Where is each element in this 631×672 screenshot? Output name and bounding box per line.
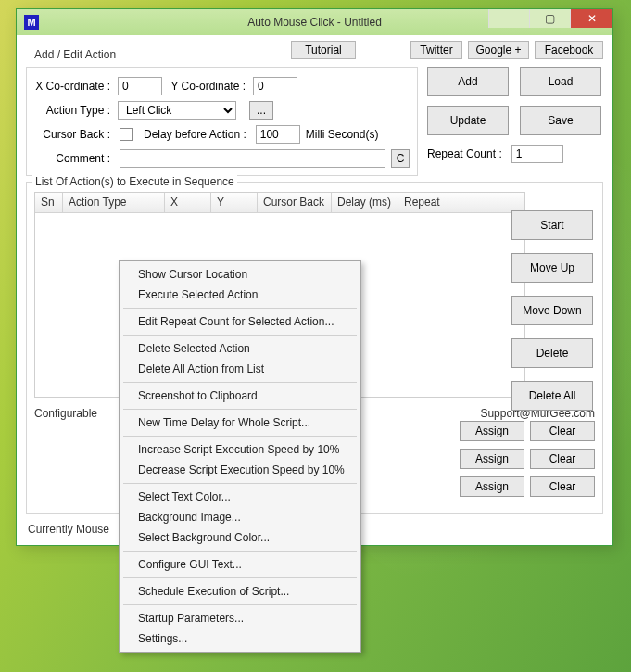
context-menu-item[interactable]: Edit Repeat Count for Selected Action...: [121, 311, 359, 332]
titlebar[interactable]: M Auto Mouse Click - Untitled — ▢ ✕: [17, 9, 612, 35]
x-coord-label: X Co-ordinate :: [34, 80, 114, 93]
action-type-label: Action Type :: [34, 104, 114, 117]
context-menu-separator: [123, 577, 357, 578]
col-cursor-back[interactable]: Cursor Back: [258, 193, 332, 212]
col-sn[interactable]: Sn: [35, 193, 63, 212]
comment-input[interactable]: [120, 149, 385, 168]
delete-button[interactable]: Delete: [511, 338, 593, 368]
col-action-type[interactable]: Action Type: [63, 193, 165, 212]
clear-button-2[interactable]: Clear: [530, 449, 595, 469]
context-menu-separator: [123, 409, 357, 410]
save-button[interactable]: Save: [520, 106, 601, 135]
context-menu-item[interactable]: Delete Selected Action: [121, 338, 359, 359]
googleplus-button[interactable]: Google +: [468, 41, 529, 59]
add-edit-group: X Co-ordinate : Y Co-ordinate : Action T…: [26, 67, 418, 176]
clear-button-1[interactable]: Clear: [530, 421, 595, 441]
context-menu-item[interactable]: Settings...: [121, 628, 359, 649]
comment-label: Comment :: [34, 152, 114, 165]
cursor-back-label: Cursor Back :: [34, 128, 114, 141]
context-menu-separator: [123, 604, 357, 605]
move-down-button[interactable]: Move Down: [511, 296, 593, 325]
context-menu-item[interactable]: Execute Selected Action: [121, 285, 359, 305]
context-menu-item[interactable]: Delete All Action from List: [121, 359, 359, 379]
context-menu-item[interactable]: Configure GUI Text...: [121, 554, 359, 575]
context-menu-item[interactable]: Schedule Execution of Script...: [121, 581, 359, 602]
maximize-button[interactable]: ▢: [529, 9, 570, 28]
cursor-back-checkbox[interactable]: [120, 128, 133, 141]
list-legend: List Of Action(s) to Execute in Sequence: [32, 175, 237, 188]
context-menu-item[interactable]: Startup Parameters...: [121, 608, 359, 628]
update-button[interactable]: Update: [427, 106, 509, 135]
table-header: Sn Action Type X Y Cursor Back Delay (ms…: [35, 193, 524, 213]
context-menu-separator: [123, 551, 357, 552]
move-up-button[interactable]: Move Up: [511, 253, 593, 283]
tutorial-button[interactable]: Tutorial: [291, 41, 356, 59]
action-type-select[interactable]: Left Click: [118, 101, 236, 120]
close-button[interactable]: ✕: [570, 9, 612, 28]
col-x[interactable]: X: [165, 193, 211, 212]
comment-c-button[interactable]: C: [391, 149, 410, 168]
col-repeat[interactable]: Repeat: [398, 193, 524, 212]
delete-all-button[interactable]: Delete All: [511, 381, 593, 411]
col-y[interactable]: Y: [211, 193, 258, 212]
assign-button-1[interactable]: Assign: [460, 421, 524, 441]
context-menu-separator: [123, 308, 357, 309]
delay-units: Milli Second(s): [306, 128, 379, 141]
y-coord-input[interactable]: [253, 77, 297, 95]
minimize-button[interactable]: —: [488, 9, 529, 28]
start-button[interactable]: Start: [511, 210, 593, 240]
col-delay[interactable]: Delay (ms): [332, 193, 398, 212]
assign-button-2[interactable]: Assign: [460, 449, 524, 469]
context-menu-item[interactable]: Select Background Color...: [121, 527, 359, 548]
context-menu-separator: [123, 382, 357, 383]
twitter-button[interactable]: Twitter: [410, 41, 462, 59]
repeat-count-label: Repeat Count :: [427, 147, 506, 160]
delay-before-label: Delay before Action :: [138, 128, 250, 141]
context-menu-item[interactable]: Decrease Script Execution Speed by 10%: [121, 460, 359, 480]
context-menu-item[interactable]: Increase Script Execution Speed by 10%: [121, 439, 359, 460]
repeat-count-input[interactable]: [511, 145, 563, 163]
load-button[interactable]: Load: [520, 67, 601, 96]
delay-before-input[interactable]: [256, 125, 300, 144]
add-button[interactable]: Add: [427, 67, 509, 96]
context-menu-item[interactable]: Screenshot to Clipboard: [121, 386, 359, 406]
context-menu-separator: [123, 483, 357, 484]
x-coord-input[interactable]: [118, 77, 162, 95]
y-coord-label: Y Co-ordinate :: [166, 80, 249, 93]
app-icon: M: [24, 15, 39, 30]
context-menu[interactable]: Show Cursor LocationExecute Selected Act…: [119, 260, 361, 653]
context-menu-separator: [123, 335, 357, 336]
configurable-label: Configurable: [34, 407, 97, 420]
facebook-button[interactable]: Facebook: [535, 41, 603, 59]
context-menu-item[interactable]: Show Cursor Location: [121, 264, 359, 285]
clear-button-3[interactable]: Clear: [530, 476, 595, 497]
action-type-more-button[interactable]: ...: [249, 101, 273, 120]
context-menu-separator: [123, 436, 357, 437]
add-edit-legend: Add / Edit Action: [32, 48, 119, 61]
assign-button-3[interactable]: Assign: [460, 476, 524, 497]
context-menu-item[interactable]: New Time Delay for Whole Script...: [121, 412, 359, 433]
context-menu-item[interactable]: Select Text Color...: [121, 487, 359, 507]
context-menu-item[interactable]: Background Image...: [121, 507, 359, 527]
